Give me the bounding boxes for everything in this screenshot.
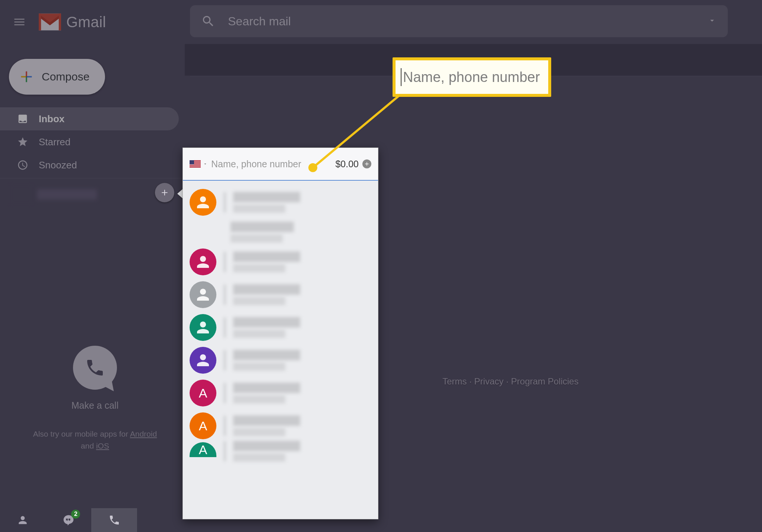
contact-row[interactable] — [183, 344, 378, 377]
terms-link[interactable]: Terms — [442, 376, 467, 386]
footer-links: Terms · Privacy · Program Policies — [442, 376, 578, 387]
status-indicator — [224, 285, 226, 305]
gmail-envelope-icon — [39, 13, 61, 31]
hangouts-current-user[interactable] — [10, 185, 180, 204]
contact-info-redacted — [233, 350, 369, 371]
contact-info-redacted — [233, 317, 369, 338]
star-icon — [17, 136, 28, 148]
nav-inbox[interactable]: Inbox — [0, 107, 179, 130]
contact-row[interactable] — [224, 219, 378, 246]
country-selector[interactable] — [190, 160, 207, 168]
compose-button[interactable]: Compose — [9, 59, 105, 95]
contact-avatar: A — [190, 380, 216, 406]
search-input[interactable] — [228, 15, 708, 28]
status-indicator — [224, 416, 226, 436]
new-conversation-button[interactable] — [155, 183, 174, 202]
gmail-logo[interactable]: Gmail — [39, 13, 106, 31]
contact-info-redacted — [233, 441, 369, 462]
contact-info-redacted — [233, 192, 369, 213]
android-link[interactable]: Android — [130, 430, 157, 438]
ios-link[interactable]: iOS — [96, 441, 109, 450]
main-menu-button[interactable] — [10, 13, 28, 31]
policies-link[interactable]: Program Policies — [511, 376, 578, 386]
hamburger-icon — [13, 15, 26, 29]
call-credit: $0.00 — [335, 159, 359, 170]
contact-avatar — [190, 314, 216, 341]
caret-down-icon — [708, 16, 717, 25]
nav-label: Starred — [39, 136, 70, 148]
caret-down-icon — [203, 162, 207, 166]
svg-rect-2 — [59, 14, 61, 31]
hangouts-tab[interactable]: 2 — [46, 508, 92, 532]
contacts-tab[interactable] — [0, 508, 46, 532]
status-indicator — [224, 350, 226, 370]
search-options-button[interactable] — [708, 16, 717, 26]
user-name-redacted — [37, 189, 97, 200]
contact-row[interactable] — [183, 278, 378, 311]
search-bar[interactable] — [190, 5, 728, 37]
nav-list: Inbox Starred Snoozed — [0, 107, 179, 177]
call-popup: $0.00 AAA — [182, 148, 378, 519]
callout-dot — [308, 163, 317, 172]
svg-rect-5 — [26, 77, 27, 82]
sidebar: Compose Inbox Starred Snoozed Make a cal… — [0, 44, 190, 532]
search-icon — [201, 14, 215, 28]
svg-rect-3 — [26, 72, 27, 76]
chat-bottom-bar: 2 — [0, 508, 137, 532]
callout-text: Name, phone number — [403, 69, 540, 85]
call-bubble-icon — [73, 346, 117, 390]
call-subtitle: Also try our mobile apps for Android and… — [0, 428, 190, 452]
nav-label: Inbox — [39, 113, 64, 125]
contact-avatar: A — [190, 442, 216, 457]
contact-avatar — [190, 281, 216, 308]
clock-icon — [17, 159, 28, 171]
privacy-link[interactable]: Privacy — [474, 376, 504, 386]
call-title: Make a call — [0, 400, 190, 411]
contact-row[interactable]: A — [183, 409, 378, 442]
contact-row[interactable] — [183, 246, 378, 278]
contact-info-redacted — [233, 251, 369, 272]
user-avatar — [10, 185, 31, 204]
inbox-icon — [17, 113, 28, 124]
contact-row[interactable] — [183, 311, 378, 344]
contact-avatar — [190, 248, 216, 275]
contact-info-redacted — [233, 383, 369, 403]
nav-label: Snoozed — [39, 159, 77, 171]
phone-icon — [108, 514, 120, 526]
status-indicator — [224, 383, 226, 403]
contact-row[interactable]: A — [183, 377, 378, 409]
contact-avatar — [190, 189, 216, 216]
contact-avatar — [190, 347, 216, 374]
text-cursor-icon — [401, 68, 401, 86]
contact-row[interactable]: A — [183, 442, 378, 460]
compose-label: Compose — [42, 70, 89, 83]
contact-row[interactable] — [183, 186, 378, 219]
svg-rect-6 — [21, 76, 26, 77]
phone-icon — [85, 357, 105, 378]
status-indicator — [224, 252, 226, 272]
phone-tab[interactable] — [91, 508, 137, 532]
call-section: Make a call Also try our mobile apps for… — [0, 346, 190, 452]
callout-box: Name, phone number — [393, 57, 551, 97]
plus-icon — [364, 161, 370, 167]
popup-input-row: $0.00 — [183, 148, 378, 181]
contact-avatar: A — [190, 412, 216, 439]
compose-plus-icon — [19, 70, 34, 84]
us-flag-icon — [190, 160, 201, 168]
add-credit-button[interactable] — [362, 159, 371, 168]
svg-rect-4 — [27, 76, 32, 77]
svg-rect-1 — [39, 14, 41, 31]
plus-icon — [160, 188, 169, 197]
status-indicator — [224, 441, 226, 461]
header: Gmail — [0, 0, 762, 44]
contact-info-redacted — [233, 284, 369, 305]
hangouts-badge: 2 — [71, 510, 80, 519]
contact-list[interactable]: AAA — [183, 181, 378, 519]
nav-snoozed[interactable]: Snoozed — [0, 153, 179, 177]
contact-info-redacted — [233, 415, 369, 436]
status-indicator — [224, 317, 226, 338]
status-indicator — [224, 192, 226, 212]
nav-starred[interactable]: Starred — [0, 130, 179, 153]
person-icon — [17, 514, 29, 526]
app-name: Gmail — [66, 14, 106, 31]
